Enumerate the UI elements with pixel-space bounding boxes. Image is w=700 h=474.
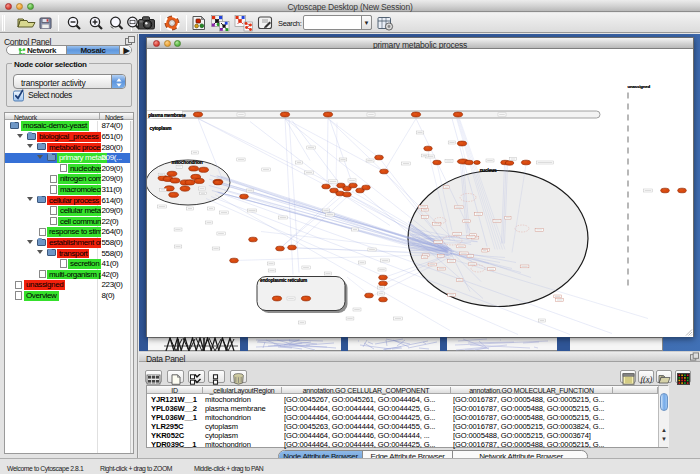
svg-text:unassigned: unassigned	[628, 84, 651, 89]
svg-text:mitochondrion: mitochondrion	[172, 160, 203, 165]
svg-text:endoplasmic reticulum: endoplasmic reticulum	[260, 278, 307, 283]
svg-text:cytoplasm: cytoplasm	[150, 126, 172, 131]
svg-text:nucleus: nucleus	[480, 168, 497, 173]
svg-text:plasma membrane: plasma membrane	[148, 113, 186, 118]
svg-text:f(x): f(x)	[641, 374, 653, 384]
